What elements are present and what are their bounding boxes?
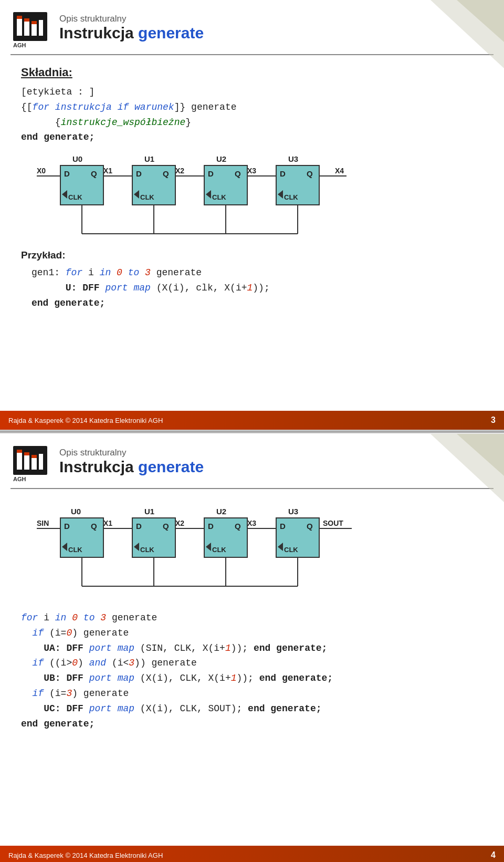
syntax-line-3: {instrukcje_współbieżne} xyxy=(21,115,483,130)
svg-rect-4 xyxy=(17,16,22,19)
example-code: gen1: for i in 0 to 3 generate U: DFF po… xyxy=(32,265,483,310)
svg-text:U2: U2 xyxy=(216,154,226,163)
code2-line-7: UC: DFF port map (X(i), CLK, SOUT); end … xyxy=(21,701,483,716)
svg-text:D: D xyxy=(136,169,142,178)
slide-2: AGH Opis strukturalny Instrukcja generat… xyxy=(0,434,504,862)
svg-text:U1: U1 xyxy=(144,507,154,516)
slide-1-header: AGH Opis strukturalny Instrukcja generat… xyxy=(0,0,504,54)
svg-text:Q: Q xyxy=(163,169,169,178)
svg-text:SIN: SIN xyxy=(37,519,49,527)
slide2-title-blue: generate xyxy=(138,458,204,475)
slide1-subtitle: Opis strukturalny xyxy=(59,14,204,24)
svg-text:SOUT: SOUT xyxy=(323,519,343,527)
svg-text:CLK: CLK xyxy=(68,546,82,554)
svg-text:X3: X3 xyxy=(247,519,256,527)
diagram-slide1: U0 U1 U2 U3 X0 D Q CLK X1 D Q CLK xyxy=(37,152,373,244)
svg-rect-54 xyxy=(17,450,22,453)
svg-text:U1: U1 xyxy=(144,154,154,163)
svg-rect-5 xyxy=(24,20,29,36)
svg-text:CLK: CLK xyxy=(212,546,226,554)
svg-text:X2: X2 xyxy=(175,167,184,175)
svg-rect-59 xyxy=(39,454,43,470)
slide2-title: Instrukcja generate xyxy=(59,458,204,476)
diagram-slide2: U0 U1 U2 U3 SIN D Q CLK X1 D Q CLK X2 xyxy=(37,505,394,602)
svg-text:CLK: CLK xyxy=(68,193,82,201)
svg-text:D: D xyxy=(208,522,214,531)
svg-text:Q: Q xyxy=(91,522,97,531)
svg-text:CLK: CLK xyxy=(284,546,298,554)
syntax-line-4: end generate; xyxy=(21,130,483,145)
svg-text:X4: X4 xyxy=(335,167,344,175)
svg-text:CLK: CLK xyxy=(140,193,154,201)
header-text: Opis strukturalny Instrukcja generate xyxy=(59,9,204,42)
svg-text:Q: Q xyxy=(163,522,169,531)
svg-text:U0: U0 xyxy=(72,154,82,163)
svg-text:U2: U2 xyxy=(216,507,226,516)
slide1-page-number: 3 xyxy=(491,416,496,425)
slide1-title-blue: generate xyxy=(138,24,204,41)
slide1-title-plain: Instrukcja xyxy=(59,24,138,41)
svg-text:D: D xyxy=(280,169,286,178)
slide1-footer-text: Rajda & Kasperek © 2014 Katedra Elektron… xyxy=(8,417,163,424)
svg-text:D: D xyxy=(64,522,70,531)
svg-rect-55 xyxy=(24,454,29,470)
svg-text:Q: Q xyxy=(307,169,313,178)
svg-rect-8 xyxy=(32,21,37,24)
example-label: Przykład: xyxy=(21,250,483,261)
svg-rect-56 xyxy=(24,452,29,455)
syntax-line-1: [etykieta : ] xyxy=(21,85,483,100)
agh-logo: AGH xyxy=(10,9,50,49)
slide2-title-plain: Instrukcja xyxy=(59,458,138,475)
svg-text:D: D xyxy=(280,522,286,531)
slide2-content: U0 U1 U2 U3 SIN D Q CLK X1 D Q CLK X2 xyxy=(0,494,504,765)
svg-rect-3 xyxy=(17,17,22,36)
ex-line-3: end generate; xyxy=(32,296,483,311)
slide1-title: Instrukcja generate xyxy=(59,24,204,42)
slide2-footer: Rajda & Kasperek © 2014 Katedra Elektron… xyxy=(0,846,504,862)
svg-text:Q: Q xyxy=(91,169,97,178)
svg-text:Q: Q xyxy=(307,522,313,531)
svg-text:X0: X0 xyxy=(37,167,46,175)
syntax-code: [etykieta : ] {[for instrukcja if warune… xyxy=(21,85,483,145)
agh-logo-2: AGH xyxy=(10,443,50,483)
svg-text:D: D xyxy=(208,169,214,178)
svg-text:U0: U0 xyxy=(71,507,81,516)
header-text-2: Opis strukturalny Instrukcja generate xyxy=(59,443,204,476)
ex-line-2: U: DFF port map (X(i), clk, X(i+1)); xyxy=(32,281,483,296)
slide-2-header: AGH Opis strukturalny Instrukcja generat… xyxy=(0,434,504,488)
svg-text:CLK: CLK xyxy=(140,546,154,554)
slide-separator xyxy=(0,431,504,433)
code2-line-2: if (i=0) generate xyxy=(21,626,483,641)
code2-line-3: UA: DFF port map (SIN, CLK, X(i+1)); end… xyxy=(21,641,483,656)
code2-line-6: if (i=3) generate xyxy=(21,686,483,701)
slide1-footer: Rajda & Kasperek © 2014 Katedra Elektron… xyxy=(0,411,504,430)
svg-rect-9 xyxy=(39,20,43,36)
svg-text:D: D xyxy=(64,169,70,178)
slide2-subtitle: Opis strukturalny xyxy=(59,448,204,458)
svg-text:AGH: AGH xyxy=(13,42,26,48)
svg-text:CLK: CLK xyxy=(212,193,226,201)
svg-text:X1: X1 xyxy=(103,167,112,175)
svg-rect-57 xyxy=(32,456,37,470)
svg-rect-7 xyxy=(32,23,37,36)
slide2-page-number: 4 xyxy=(491,850,496,860)
code2-line-4: if ((i>0) and (i<3)) generate xyxy=(21,656,483,671)
svg-text:U3: U3 xyxy=(288,154,298,163)
svg-text:X2: X2 xyxy=(175,519,184,527)
ex-line-1: gen1: for i in 0 to 3 generate xyxy=(32,265,483,281)
svg-text:X3: X3 xyxy=(247,167,256,175)
svg-rect-6 xyxy=(24,18,29,22)
slide-1: AGH Opis strukturalny Instrukcja generat… xyxy=(0,0,504,431)
code2-line-5: UB: DFF port map (X(i), CLK, X(i+1)); en… xyxy=(21,671,483,686)
svg-text:X1: X1 xyxy=(103,519,112,527)
slide2-footer-text: Rajda & Kasperek © 2014 Katedra Elektron… xyxy=(8,851,163,859)
svg-text:Q: Q xyxy=(235,169,241,178)
svg-text:Q: Q xyxy=(235,522,241,531)
slide1-content: Składnia: [etykieta : ] {[for instrukcja… xyxy=(0,60,504,345)
code2-line-1: for i in 0 to 3 generate xyxy=(21,610,483,626)
syntax-line-2: {[for instrukcja if warunek]} generate xyxy=(21,100,483,115)
svg-text:D: D xyxy=(136,522,142,531)
code2-line-8: end generate; xyxy=(21,716,483,732)
svg-rect-53 xyxy=(17,451,22,470)
svg-rect-58 xyxy=(32,455,37,458)
